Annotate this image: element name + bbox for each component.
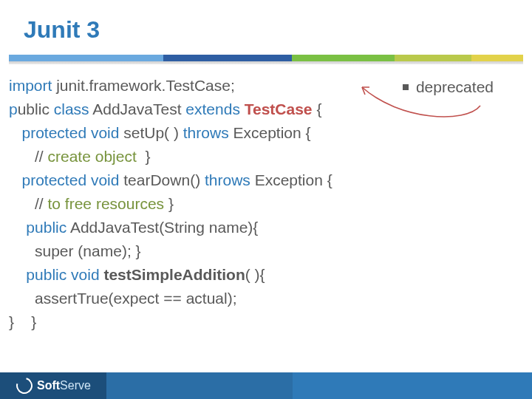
code-line: protected void setUp( ) throws Exception… bbox=[9, 121, 520, 145]
brand-text-2: Serve bbox=[60, 379, 91, 392]
code-block: import junit.framework.TestCase; public … bbox=[9, 74, 520, 334]
code-line: // create object } bbox=[9, 145, 520, 168]
code-line: public AddJavaTest(String name){ bbox=[9, 216, 520, 239]
brand-text: Soft bbox=[37, 379, 60, 392]
code-line: // to free resources } bbox=[9, 192, 520, 216]
code-line: import junit.framework.TestCase; bbox=[9, 74, 520, 98]
slide: Junit 3 deprecated import junit.framewor… bbox=[0, 0, 532, 399]
code-line: super (name); } bbox=[9, 239, 520, 263]
code-line: public class AddJavaTest extends TestCas… bbox=[9, 98, 520, 121]
footer: SoftServe bbox=[0, 372, 532, 399]
logo-icon bbox=[13, 375, 35, 397]
page-title: Junit 3 bbox=[24, 16, 100, 44]
code-line: public void testSimpleAddition( ){ bbox=[9, 263, 520, 287]
code-line: assertTrue(expect == actual); bbox=[9, 287, 520, 310]
brand-logo: SoftServe bbox=[16, 378, 91, 394]
code-line: } } bbox=[9, 310, 520, 334]
divider-shadow bbox=[9, 61, 523, 64]
divider bbox=[9, 55, 523, 61]
code-line: protected void tearDown() throws Excepti… bbox=[9, 168, 520, 192]
